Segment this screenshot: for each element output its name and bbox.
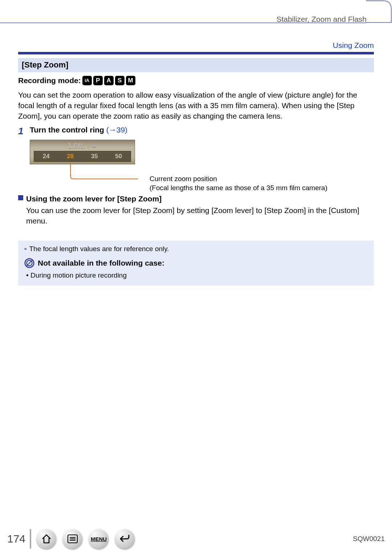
- contents-button[interactable]: [62, 529, 83, 549]
- document-id: SQW0021: [353, 534, 385, 544]
- lcd-distance-text: 1.6ft. - ∞: [30, 142, 135, 151]
- menu-button[interactable]: MENU: [89, 529, 109, 549]
- back-button[interactable]: [115, 529, 135, 549]
- page-footer: 174 MENU SQW0021: [7, 528, 385, 550]
- back-arrow-icon: [119, 534, 130, 544]
- mode-icon-ia: iA: [82, 76, 92, 85]
- mode-icon-m: M: [126, 76, 135, 85]
- callout-caption: Current zoom position (Focal lengths the…: [150, 175, 353, 192]
- callout-line: [69, 162, 138, 180]
- mode-icon-p: P: [93, 76, 103, 85]
- chapter-title: Stabilizer, Zoom and Flash: [276, 14, 367, 24]
- mode-icon-a: A: [104, 76, 114, 85]
- page-number: 174: [7, 531, 25, 546]
- lcd-value-2: 35: [91, 152, 98, 161]
- menu-label: MENU: [91, 536, 107, 542]
- home-button[interactable]: [36, 529, 57, 549]
- content-area: Using Zoom [Step Zoom] Recording mode: i…: [18, 40, 374, 286]
- description-paragraph: You can set the zoom operation to allow …: [18, 90, 374, 122]
- square-bullet-icon: [18, 195, 23, 200]
- step-text: Turn the control ring (→39): [30, 126, 127, 134]
- not-available-title: Not available in the following case:: [38, 258, 164, 268]
- lcd-value-3: 50: [115, 152, 122, 161]
- subsection-title: Using the zoom lever for [Step Zoom]: [26, 193, 162, 204]
- list-icon: [67, 534, 78, 544]
- step-number: 1: [18, 124, 26, 138]
- lcd-value-1: 28: [67, 152, 74, 161]
- home-icon: [41, 534, 52, 544]
- notice-line-1: The focal length values are for referenc…: [24, 244, 368, 254]
- lcd-illustration: 1.6ft. - ∞ 24 28 35 50 Current zoom posi…: [30, 140, 135, 164]
- notice-box: The focal length values are for referenc…: [18, 241, 374, 285]
- recording-mode-label: Recording mode:: [18, 75, 81, 86]
- not-available-icon: [24, 258, 35, 269]
- lcd-value-0: 24: [43, 152, 50, 161]
- step-1-row: 1 Turn the control ring (→39): [18, 124, 374, 138]
- page-header: Stabilizer, Zoom and Flash: [0, 0, 392, 26]
- subheading: [Step Zoom]: [18, 58, 374, 72]
- recording-mode-row: Recording mode: iA P A S M: [18, 75, 374, 86]
- subsection-paragraph: You can use the zoom lever for [Step Zoo…: [26, 205, 374, 226]
- not-available-item: • During motion picture recording: [26, 271, 368, 280]
- step-xref-link[interactable]: (→39): [106, 126, 127, 134]
- subsection-row: Using the zoom lever for [Step Zoom]: [18, 193, 374, 204]
- mode-icon-s: S: [115, 76, 124, 85]
- section-link[interactable]: Using Zoom: [18, 40, 374, 52]
